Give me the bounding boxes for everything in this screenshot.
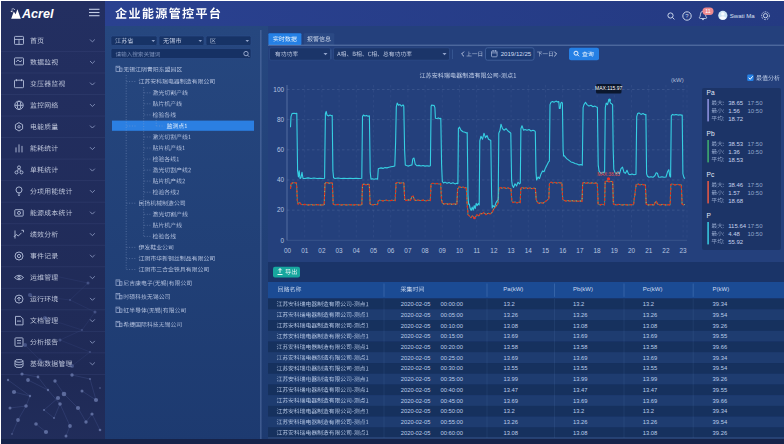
svg-text:13.47: 13.47 [504, 387, 519, 393]
svg-text:13: 13 [508, 247, 516, 254]
svg-text:11: 11 [705, 8, 710, 14]
svg-text:0: 0 [280, 237, 284, 244]
svg-text:13.69: 13.69 [504, 355, 519, 361]
svg-text:13.58: 13.58 [573, 344, 588, 350]
svg-text:04: 04 [353, 247, 361, 254]
svg-text:39.34: 39.34 [713, 355, 728, 361]
svg-text:18.53: 18.53 [728, 157, 744, 163]
svg-text:13.26: 13.26 [504, 419, 519, 425]
svg-text:2020-02-05: 2020-02-05 [401, 376, 431, 382]
svg-text:2020-02-05: 2020-02-05 [401, 355, 431, 361]
svg-text:13.08: 13.08 [504, 430, 519, 436]
svg-text:38.65: 38.65 [728, 100, 744, 106]
svg-text:03: 03 [336, 247, 344, 254]
svg-text:10:50: 10:50 [748, 190, 764, 196]
svg-text:13.2: 13.2 [504, 301, 515, 307]
svg-text:13.26: 13.26 [643, 419, 658, 425]
svg-text:13.69: 13.69 [504, 398, 519, 404]
svg-text:00:05:00: 00:05:00 [441, 312, 464, 318]
svg-text:2020-02-05: 2020-02-05 [401, 398, 431, 404]
svg-text:07: 07 [404, 247, 412, 254]
svg-text:13.99: 13.99 [643, 376, 658, 382]
svg-text:13.55: 13.55 [573, 365, 588, 371]
svg-text:55.92: 55.92 [728, 239, 744, 245]
svg-text:00:30:00: 00:30:00 [441, 365, 464, 371]
svg-text:13.2: 13.2 [643, 301, 654, 307]
svg-text:39.66: 39.66 [713, 398, 728, 404]
svg-text:00:45:00: 00:45:00 [441, 398, 464, 404]
svg-text:08: 08 [422, 247, 430, 254]
svg-text:40: 40 [277, 176, 285, 183]
svg-text:20: 20 [628, 247, 636, 254]
svg-text:39.55: 39.55 [713, 387, 728, 393]
svg-text:Acrel: Acrel [21, 7, 54, 21]
svg-text:39.66: 39.66 [713, 344, 728, 350]
svg-text:00:15:00: 00:15:00 [441, 333, 464, 339]
svg-text:13.26: 13.26 [573, 419, 588, 425]
svg-text:21: 21 [645, 247, 653, 254]
svg-text:13.08: 13.08 [504, 323, 519, 329]
svg-text:13.26: 13.26 [573, 312, 588, 318]
svg-text:Swati Ma: Swati Ma [730, 12, 756, 19]
svg-text:00:20:00: 00:20:00 [441, 344, 464, 350]
svg-text:2020-02-05: 2020-02-05 [401, 333, 431, 339]
svg-text:00:60:00: 00:60:00 [441, 430, 464, 436]
svg-text:13.69: 13.69 [573, 355, 588, 361]
svg-text:2019/12/25: 2019/12/25 [501, 50, 532, 57]
svg-text:13.26: 13.26 [504, 312, 519, 318]
svg-text:39.54: 39.54 [713, 365, 728, 371]
svg-text:20: 20 [277, 206, 285, 213]
svg-text:00:35:00: 00:35:00 [441, 376, 464, 382]
svg-text:MAX:38.65: MAX:38.65 [597, 172, 620, 177]
svg-text:13.99: 13.99 [504, 376, 519, 382]
svg-text:2020-02-05: 2020-02-05 [401, 419, 431, 425]
svg-text:100: 100 [273, 86, 284, 93]
svg-text:13.08: 13.08 [643, 323, 658, 329]
svg-text:(kW): (kW) [671, 77, 684, 83]
svg-text:16: 16 [559, 247, 567, 254]
svg-text:13.2: 13.2 [504, 408, 515, 414]
svg-text:00: 00 [284, 247, 292, 254]
svg-text:39.26: 39.26 [713, 376, 728, 382]
svg-text:2020-02-05: 2020-02-05 [401, 301, 431, 307]
svg-text:Pb(kW): Pb(kW) [573, 286, 593, 292]
svg-text:115.64: 115.64 [728, 223, 747, 229]
svg-text:2020-02-05: 2020-02-05 [401, 323, 431, 329]
svg-text:39.34: 39.34 [713, 301, 728, 307]
svg-text:2020-02-05: 2020-02-05 [401, 430, 431, 436]
svg-text:2020-02-05: 2020-02-05 [401, 312, 431, 318]
svg-text:13.69: 13.69 [504, 333, 519, 339]
svg-text:1.57: 1.57 [728, 190, 740, 196]
svg-text:17:50: 17:50 [748, 182, 764, 188]
svg-text:00:55:00: 00:55:00 [441, 419, 464, 425]
svg-text:2020-02-05: 2020-02-05 [401, 365, 431, 371]
svg-text:17:50: 17:50 [748, 141, 764, 147]
svg-text:38.46: 38.46 [728, 182, 744, 188]
svg-text:02: 02 [318, 247, 326, 254]
svg-text:10:50: 10:50 [748, 108, 764, 114]
svg-text:39.26: 39.26 [713, 323, 728, 329]
svg-text:P: P [707, 212, 712, 219]
svg-text:10:50: 10:50 [748, 231, 764, 237]
svg-text:2020-02-05: 2020-02-05 [401, 387, 431, 393]
svg-text:2020-02-05: 2020-02-05 [401, 344, 431, 350]
svg-text:13.69: 13.69 [643, 398, 658, 404]
svg-text:17: 17 [576, 247, 584, 254]
svg-text:18.68: 18.68 [728, 198, 744, 204]
svg-text:13.69: 13.69 [643, 333, 658, 339]
svg-text:80: 80 [277, 116, 285, 123]
svg-text:00:25:00: 00:25:00 [441, 355, 464, 361]
svg-text:13.2: 13.2 [573, 301, 584, 307]
svg-text:00:10:00: 00:10:00 [441, 323, 464, 329]
svg-text:13.2: 13.2 [573, 408, 584, 414]
svg-text:13.58: 13.58 [643, 344, 658, 350]
svg-text:13.58: 13.58 [504, 344, 519, 350]
svg-text:13.55: 13.55 [643, 365, 658, 371]
svg-text:13.69: 13.69 [573, 398, 588, 404]
svg-text:06: 06 [387, 247, 395, 254]
svg-text:13.55: 13.55 [504, 365, 519, 371]
svg-text:1.56: 1.56 [728, 108, 740, 114]
svg-text:4.48: 4.48 [728, 231, 740, 237]
svg-text:22: 22 [662, 247, 670, 254]
svg-text:39.54: 39.54 [713, 419, 728, 425]
